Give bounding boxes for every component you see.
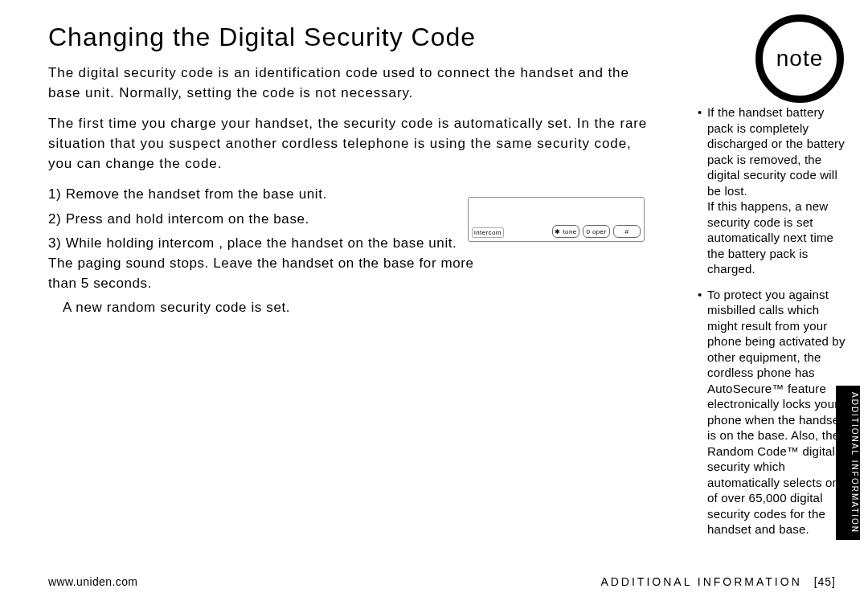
step-3-text-a: 3) While holding (48, 235, 154, 251)
sidebar-note-2a: To protect you against misbilled calls w… (707, 288, 845, 380)
step-2-key: intercom (168, 211, 224, 227)
sidebar-notes: If the handset battery pack is completel… (698, 104, 850, 547)
footer-page-number: [45] (814, 575, 836, 588)
note-badge: note (755, 14, 844, 103)
key-star: ✱ tone (552, 225, 579, 238)
step-1: 1) Remove the handset from the base unit… (48, 185, 482, 205)
sidebar-note-1a: If the handset battery pack is completel… (707, 105, 845, 198)
sidebar-note-2: To protect you against misbilled calls w… (698, 287, 850, 537)
section-tab: ADDITIONAL INFORMATION (836, 386, 860, 540)
sidebar-note-2c: feature electronically locks your phone … (707, 382, 846, 537)
footer-url: www.uniden.com (48, 575, 137, 588)
intercom-key: intercom (472, 227, 504, 238)
key-zero: 0 oper (583, 225, 610, 238)
footer-section-page: ADDITIONAL INFORMATION [45] (600, 575, 836, 588)
step-2: 2) Press and hold intercom on the base. (48, 210, 482, 230)
sidebar-note-1: If the handset battery pack is completel… (698, 104, 850, 277)
step-2-text-c: on the base. (228, 211, 309, 227)
step-3-result: A new random security code is set. (63, 298, 482, 318)
step-3: 3) While holding intercom , place the ha… (48, 234, 482, 293)
note-label: note (776, 46, 824, 72)
steps-section: 1) Remove the handset from the base unit… (48, 185, 482, 318)
intro-paragraph-2: The first time you charge your handset, … (48, 114, 659, 174)
page-title: Changing the Digital Security Code (48, 22, 844, 52)
intro-section: The digital security code is an identifi… (48, 63, 659, 174)
section-tab-line2: INFORMATION (850, 460, 859, 533)
footer-section: ADDITIONAL INFORMATION (600, 575, 801, 588)
section-tab-line1: ADDITIONAL (850, 392, 859, 456)
step-3-key: intercom (158, 235, 215, 251)
intro-paragraph-1: The digital security code is an identifi… (48, 63, 659, 103)
sidebar-note-2b: AutoSecure™ (707, 382, 784, 395)
step-2-text-a: 2) Press and hold (48, 211, 163, 227)
base-keypad-illustration: intercom ✱ tone 0 oper # (468, 197, 645, 242)
sidebar-note-1b: If this happens, a new security code is … (707, 199, 833, 276)
key-hash: # (613, 225, 641, 238)
